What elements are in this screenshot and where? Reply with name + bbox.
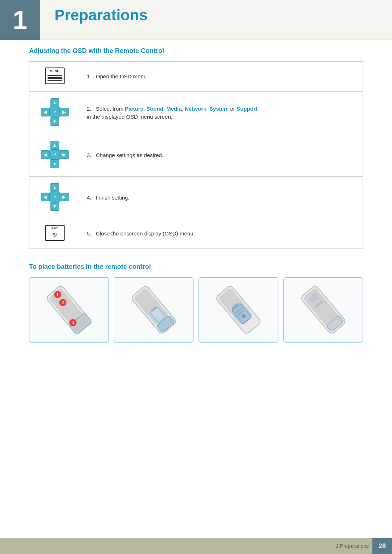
step1-text: Open the OSD menu. (96, 73, 148, 79)
dpad-center-label-4: ↵ (53, 195, 56, 199)
dpad-right-3: ▶ (60, 150, 69, 159)
dpad-up-2: ▲ (50, 98, 59, 107)
table-row: EXIT ⎋ 5. Close the onscreen display (OS… (29, 219, 363, 249)
dpad-icon-cell-3: ▲ ▼ ◀ ▶ ↵ (29, 134, 80, 177)
page-number: 28 (379, 542, 386, 550)
section1-heading: Adjusting the OSD with the Remote Contro… (29, 47, 363, 55)
svg-text:2: 2 (62, 300, 64, 305)
footer-chapter-label: 1 Preparations (336, 543, 369, 549)
step4-cell: 4. Finish setting. (80, 177, 363, 219)
dpad-right-2: ▶ (60, 108, 69, 116)
table-row: ▲ ▼ ◀ ▶ ↵ 4. Finish setting. (29, 177, 363, 219)
step3-cell: 3. Change settings as desired. (80, 134, 363, 177)
battery-images-row: 1 2 3 (29, 277, 363, 342)
dpad-center-2: ↵ (50, 107, 60, 117)
page-number-box: 28 (372, 538, 392, 554)
svg-text:1: 1 (57, 292, 59, 297)
table-row: ▲ ▼ ◀ ▶ ↵ 2. Select from Picture, Sound,… (29, 92, 363, 134)
step5-number: 5. (87, 230, 94, 237)
chapter-title: Preparations (54, 7, 148, 24)
menu-button-icon: MENU (45, 67, 65, 84)
dpad-center-label-2: ↵ (53, 110, 56, 114)
menu-label-text: MENU (46, 69, 64, 73)
dpad-up-3: ▲ (50, 141, 59, 149)
sep2: , (163, 106, 166, 112)
exit-button-icon: EXIT ⎋ (45, 225, 65, 241)
dpad-icon-cell-4: ▲ ▼ ◀ ▶ ↵ (29, 177, 80, 219)
step2-cell: 2. Select from Picture, Sound, Media, Ne… (80, 92, 363, 134)
menu-bar-2 (48, 77, 62, 79)
svg-text:3: 3 (72, 321, 74, 325)
table-row: ▲ ▼ ◀ ▶ ↵ 3. Change settings as desired. (29, 134, 363, 177)
kw-network: Network (185, 106, 206, 112)
step3-text: Change settings as desired. (96, 152, 163, 158)
step2-suffix: in the displayed OSD menu screen. (87, 114, 172, 120)
step2-prefix: Select from (96, 106, 125, 112)
kw-system: System (209, 106, 229, 112)
remote-illustration-2 (114, 278, 193, 342)
kw-picture: Picture (125, 106, 143, 112)
dpad-icon-4: ▲ ▼ ◀ ▶ ↵ (40, 182, 69, 212)
dpad-left-4: ◀ (41, 193, 50, 201)
menu-bar-3 (48, 80, 62, 81)
dpad-down-3: ▼ (50, 160, 59, 168)
section2-heading: To place batteries in the remote control (29, 263, 363, 271)
page-footer: 1 Preparations 28 (0, 538, 392, 554)
osd-table: MENU 1. Open the OSD menu. ▲ ▼ (29, 61, 363, 249)
step5-cell: 5. Close the onscreen display (OSD) menu… (80, 219, 363, 249)
menu-bars (48, 75, 62, 81)
remote-illustration-1: 1 2 3 (29, 278, 109, 342)
chapter-number-box: 1 (0, 0, 40, 40)
remote-illustration-3 (199, 278, 278, 342)
dpad-center-4: ↵ (50, 192, 60, 202)
menu-bar-1 (48, 75, 62, 76)
dpad-down-2: ▼ (50, 117, 59, 126)
dpad-right-4: ▶ (60, 193, 69, 201)
step4-text: Finish setting. (96, 194, 130, 201)
exit-icon-cell: EXIT ⎋ (29, 219, 80, 249)
sep5: or (229, 106, 237, 112)
remote-illustration-4 (284, 278, 363, 342)
dpad-left-3: ◀ (41, 150, 50, 159)
step1-cell: 1. Open the OSD menu. (80, 62, 363, 92)
dpad-center-3: ↵ (50, 149, 60, 160)
exit-symbol: ⎋ (46, 231, 64, 238)
sep3: , (182, 106, 185, 112)
step5-text: Close the onscreen display (OSD) menu. (96, 230, 195, 237)
kw-media: Media (166, 106, 182, 112)
dpad-up-4: ▲ (50, 183, 59, 192)
dpad-center-label-3: ↵ (53, 153, 56, 156)
battery-image-1: 1 2 3 (29, 277, 109, 342)
battery-image-3 (199, 277, 278, 342)
dpad-icon-2: ▲ ▼ ◀ ▶ ↵ (40, 98, 69, 127)
step3-number: 3. (87, 152, 94, 158)
kw-sound: Sound (146, 106, 163, 112)
battery-image-4 (283, 277, 363, 342)
main-content: Adjusting the OSD with the Remote Contro… (29, 47, 363, 342)
step2-number: 2. (87, 106, 94, 112)
sep4: , (206, 106, 209, 112)
dpad-down-4: ▼ (50, 202, 59, 211)
dpad-left-2: ◀ (41, 108, 50, 116)
step1-number: 1. (87, 73, 94, 79)
sep1: , (143, 106, 146, 112)
table-row: MENU 1. Open the OSD menu. (29, 62, 363, 92)
chapter-number: 1 (13, 7, 27, 33)
kw-support: Support (237, 106, 258, 112)
dpad-icon-3: ▲ ▼ ◀ ▶ ↵ (40, 140, 69, 169)
menu-icon-cell: MENU (29, 62, 80, 92)
dpad-icon-cell-2: ▲ ▼ ◀ ▶ ↵ (29, 92, 80, 134)
exit-label-text: EXIT (46, 227, 64, 230)
step4-number: 4. (87, 194, 94, 201)
battery-image-2 (114, 277, 194, 342)
